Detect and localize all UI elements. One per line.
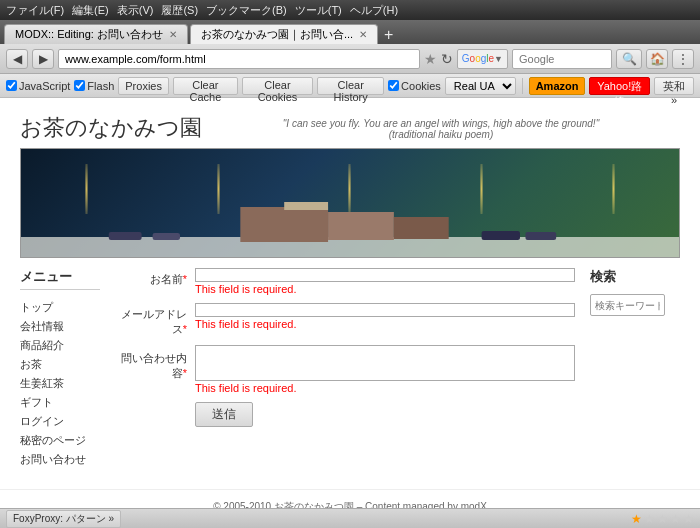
email-label: メールアドレス*: [115, 303, 195, 337]
menu-item-tea[interactable]: お茶: [20, 355, 100, 374]
refresh-button[interactable]: ↻: [441, 51, 453, 67]
proxies-button[interactable]: Proxies: [118, 77, 169, 95]
address-bar: ◀ ▶ ★ ↻ Google ▼ 🔍 🏠 ⋮: [0, 44, 700, 74]
menu-item-ginger-tea[interactable]: 生姜紅茶: [20, 374, 100, 393]
status-stars: ★ ★ ★ ★ ★: [631, 512, 694, 526]
star-5: ★: [683, 512, 694, 526]
title-bar: ファイル(F) 編集(E) 表示(V) 履歴(S) ブックマーク(B) ツール(…: [0, 0, 700, 20]
cookies-toggle[interactable]: Cookies: [388, 80, 441, 92]
email-input[interactable]: [195, 303, 575, 317]
bookmark-star-icon[interactable]: ★: [424, 51, 437, 67]
menu-help[interactable]: ヘルプ(H): [350, 3, 398, 18]
star-1: ★: [631, 512, 642, 526]
message-textarea[interactable]: [195, 345, 575, 381]
menu-file[interactable]: ファイル(F): [6, 3, 64, 18]
star-3: ★: [657, 512, 668, 526]
message-field-row: 問い合わせ内容* This field is required.: [115, 345, 575, 394]
menu-item-products[interactable]: 商品紹介: [20, 336, 100, 355]
amazon-button[interactable]: Amazon: [529, 77, 586, 95]
menu-heading: メニュー: [20, 268, 100, 290]
svg-rect-2: [284, 202, 328, 210]
name-field-group: This field is required.: [195, 268, 575, 295]
status-bar: FoxyProxy: パターン » ★ ★ ★ ★ ★: [0, 508, 700, 528]
status-left: FoxyProxy: パターン »: [6, 510, 631, 528]
browser-toolbar: JavaScript Flash Proxies Clear Cache Cle…: [0, 74, 700, 98]
toolbar-separator: [522, 78, 523, 94]
right-search: 検索: [590, 268, 680, 469]
name-input[interactable]: [195, 268, 575, 282]
svg-rect-8: [525, 232, 556, 240]
svg-rect-5: [109, 232, 142, 240]
site-header: お茶のなかみつ園 "I can see you fly. You are an …: [0, 98, 700, 148]
search-go-button[interactable]: 🔍: [616, 49, 642, 69]
menu-bar: ファイル(F) 編集(E) 表示(V) 履歴(S) ブックマーク(B) ツール(…: [6, 3, 398, 18]
star-4: ★: [670, 512, 681, 526]
submit-button[interactable]: 送信: [195, 402, 253, 427]
tab-bar: MODX:: Editing: お問い合わせ ✕ お茶のなかみつ園｜お問い合..…: [0, 20, 700, 44]
site-title: お茶のなかみつ園: [20, 113, 202, 143]
svg-rect-4: [394, 217, 449, 239]
clear-cache-button[interactable]: Clear Cache: [173, 77, 238, 95]
menu-item-contact[interactable]: お問い合わせ: [20, 450, 100, 469]
flash-toggle[interactable]: Flash: [74, 80, 114, 92]
new-tab-button[interactable]: +: [380, 26, 397, 44]
left-menu: メニュー トップ 会社情報 商品紹介 お茶 生姜紅茶 ギフト ログイン 秘密のペ…: [20, 268, 100, 469]
name-label: お名前*: [115, 268, 195, 287]
main-layout: メニュー トップ 会社情報 商品紹介 お茶 生姜紅茶 ギフト ログイン 秘密のペ…: [0, 258, 700, 479]
search-heading: 検索: [590, 268, 680, 286]
real-ua-select[interactable]: Real UA: [445, 77, 516, 95]
menu-item-login[interactable]: ログイン: [20, 412, 100, 431]
search-input[interactable]: [512, 49, 612, 69]
svg-rect-7: [482, 231, 520, 240]
svg-rect-3: [328, 212, 394, 240]
svg-rect-1: [240, 207, 328, 242]
tab-ochaya[interactable]: お茶のなかみつ園｜お問い合... ✕: [190, 24, 378, 44]
menu-item-gift[interactable]: ギフト: [20, 393, 100, 412]
contact-form: お名前* This field is required. メールアドレス* Th…: [115, 268, 575, 469]
message-required-marker: *: [183, 367, 187, 379]
message-error: This field is required.: [195, 381, 575, 394]
menu-item-company[interactable]: 会社情報: [20, 317, 100, 336]
name-field-row: お名前* This field is required.: [115, 268, 575, 295]
site-footer: © 2005-2010 お茶のなかみつ園 – Content managed b…: [0, 489, 700, 508]
menu-tools[interactable]: ツール(T): [295, 3, 342, 18]
message-label: 問い合わせ内容*: [115, 345, 195, 381]
email-field-row: メールアドレス* This field is required.: [115, 303, 575, 337]
menu-history[interactable]: 履歴(S): [161, 3, 198, 18]
content-area: お茶のなかみつ園 "I can see you fly. You are an …: [0, 98, 700, 508]
menu-edit[interactable]: 編集(E): [72, 3, 109, 18]
foxy-proxy-label[interactable]: FoxyProxy: パターン »: [6, 510, 121, 528]
address-input[interactable]: [58, 49, 420, 69]
eigo-button[interactable]: 英和 »: [654, 77, 694, 95]
tab-close-ochaya[interactable]: ✕: [359, 29, 367, 40]
menu-item-secret[interactable]: 秘密のページ: [20, 431, 100, 450]
name-error: This field is required.: [195, 282, 575, 295]
tab-modx[interactable]: MODX:: Editing: お問い合わせ ✕: [4, 24, 188, 44]
clear-cookies-button[interactable]: Clear Cookies: [242, 77, 313, 95]
options-button[interactable]: ⋮: [672, 49, 694, 69]
site-tagline: "I can see you fly. You are an angel wit…: [202, 113, 680, 140]
menu-item-top[interactable]: トップ: [20, 298, 100, 317]
search-keyword-input[interactable]: [590, 294, 665, 316]
svg-rect-6: [153, 233, 180, 240]
email-required-marker: *: [183, 323, 187, 335]
submit-row: 送信: [115, 402, 575, 427]
menu-view[interactable]: 表示(V): [117, 3, 154, 18]
menu-bookmarks[interactable]: ブックマーク(B): [206, 3, 287, 18]
name-required-marker: *: [183, 273, 187, 285]
forward-button[interactable]: ▶: [32, 49, 54, 69]
tab-close-modx[interactable]: ✕: [169, 29, 177, 40]
message-field-group: This field is required.: [195, 345, 575, 394]
yahoo-button[interactable]: Yahoo!路線: [589, 77, 650, 95]
search-engine-selector[interactable]: Google ▼: [457, 49, 508, 69]
star-2: ★: [644, 512, 655, 526]
email-error: This field is required.: [195, 317, 575, 330]
back-button[interactable]: ◀: [6, 49, 28, 69]
home-button[interactable]: 🏠: [646, 49, 668, 69]
email-field-group: This field is required.: [195, 303, 575, 330]
javascript-toggle[interactable]: JavaScript: [6, 80, 70, 92]
clear-history-button[interactable]: Clear History: [317, 77, 384, 95]
hero-image: [20, 148, 680, 258]
